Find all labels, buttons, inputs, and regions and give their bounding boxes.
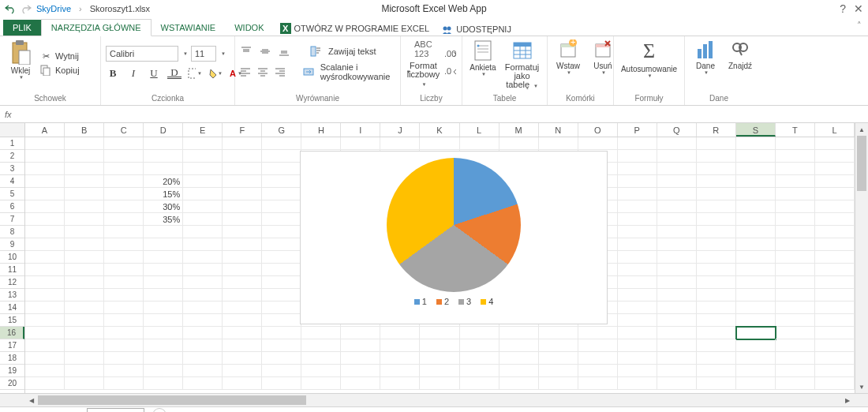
- tab-file[interactable]: PLIK: [3, 20, 41, 36]
- cell[interactable]: [104, 238, 144, 251]
- bold-button[interactable]: B: [106, 66, 120, 81]
- cut-button[interactable]: ✂ Wytnij: [39, 50, 80, 62]
- cell[interactable]: [104, 163, 144, 175]
- row-header-5[interactable]: 5: [0, 188, 24, 200]
- cell[interactable]: [420, 137, 459, 150]
- col-header-R[interactable]: R: [697, 123, 736, 137]
- cell[interactable]: [736, 314, 776, 327]
- cell[interactable]: [223, 276, 262, 289]
- cell[interactable]: [776, 251, 815, 264]
- cell[interactable]: [697, 314, 736, 327]
- insert-cells-button[interactable]: + Wstaw ▼: [552, 38, 584, 77]
- cell[interactable]: [104, 188, 144, 200]
- align-center-icon[interactable]: [257, 66, 268, 78]
- cell[interactable]: [301, 327, 341, 339]
- cell[interactable]: [65, 264, 104, 276]
- cell[interactable]: [697, 150, 736, 163]
- cell[interactable]: [657, 251, 697, 264]
- align-middle-icon[interactable]: [259, 45, 271, 58]
- cell[interactable]: [262, 238, 301, 251]
- cell[interactable]: [420, 365, 459, 377]
- cell[interactable]: [618, 150, 657, 163]
- cell[interactable]: [697, 238, 736, 251]
- row-header-13[interactable]: 13: [0, 289, 24, 302]
- cell[interactable]: [301, 352, 341, 365]
- row-header-20[interactable]: 20: [0, 377, 24, 390]
- cell[interactable]: [697, 264, 736, 276]
- cell[interactable]: [144, 226, 183, 238]
- align-bottom-icon[interactable]: [278, 45, 290, 58]
- cell[interactable]: [341, 137, 380, 150]
- cell[interactable]: [657, 327, 697, 339]
- cell[interactable]: [657, 365, 697, 377]
- horizontal-scrollbar[interactable]: ◀ ▶: [0, 393, 868, 406]
- cell[interactable]: [183, 213, 223, 226]
- cell[interactable]: [697, 302, 736, 314]
- cell[interactable]: [183, 289, 223, 302]
- cell[interactable]: [25, 175, 65, 188]
- cell[interactable]: [25, 314, 65, 327]
- cell[interactable]: [183, 150, 223, 163]
- cell[interactable]: [539, 339, 578, 352]
- cell[interactable]: [65, 163, 104, 175]
- col-header-K[interactable]: K: [420, 123, 459, 137]
- cell[interactable]: [104, 365, 144, 377]
- cell[interactable]: [104, 327, 144, 339]
- cell[interactable]: [539, 365, 578, 377]
- cell[interactable]: [815, 276, 855, 289]
- cell[interactable]: [420, 352, 459, 365]
- row-header-8[interactable]: 8: [0, 226, 24, 238]
- cell[interactable]: [618, 365, 657, 377]
- cell[interactable]: 35%: [144, 213, 183, 226]
- cell[interactable]: [25, 339, 65, 352]
- cell[interactable]: [460, 377, 499, 390]
- cell[interactable]: [736, 339, 776, 352]
- undo-icon[interactable]: [5, 3, 16, 14]
- cell[interactable]: [776, 276, 815, 289]
- cell[interactable]: [65, 377, 104, 390]
- cell[interactable]: [223, 377, 262, 390]
- cell[interactable]: [380, 137, 420, 150]
- cell[interactable]: [104, 175, 144, 188]
- cell[interactable]: [618, 314, 657, 327]
- cell[interactable]: [25, 276, 65, 289]
- cell[interactable]: [657, 302, 697, 314]
- cell[interactable]: [223, 163, 262, 175]
- cell[interactable]: [815, 213, 855, 226]
- cell[interactable]: [223, 150, 262, 163]
- cell[interactable]: [815, 264, 855, 276]
- cell[interactable]: [578, 137, 618, 150]
- cell[interactable]: [815, 200, 855, 213]
- cell[interactable]: [578, 339, 618, 352]
- cell[interactable]: [736, 150, 776, 163]
- col-header-F[interactable]: F: [223, 123, 262, 137]
- cell[interactable]: [736, 226, 776, 238]
- cell[interactable]: [736, 238, 776, 251]
- row-header-17[interactable]: 17: [0, 339, 24, 352]
- cell[interactable]: [657, 137, 697, 150]
- cell[interactable]: [144, 365, 183, 377]
- cell[interactable]: [65, 314, 104, 327]
- cell[interactable]: [183, 226, 223, 238]
- cell[interactable]: [223, 289, 262, 302]
- cell[interactable]: [144, 352, 183, 365]
- cell[interactable]: [380, 327, 420, 339]
- cell[interactable]: [65, 226, 104, 238]
- autosum-button[interactable]: Σ Autosumowanie ▼: [619, 38, 679, 80]
- cell[interactable]: [776, 137, 815, 150]
- cell[interactable]: [25, 327, 65, 339]
- cell[interactable]: [223, 314, 262, 327]
- scroll-right-icon[interactable]: ▶: [841, 394, 854, 406]
- scroll-up-icon[interactable]: ▲: [855, 123, 868, 136]
- cell[interactable]: [657, 188, 697, 200]
- cell[interactable]: [223, 264, 262, 276]
- cell[interactable]: [815, 339, 855, 352]
- cell[interactable]: [657, 352, 697, 365]
- cell[interactable]: [104, 289, 144, 302]
- cell[interactable]: [697, 163, 736, 175]
- cell[interactable]: [657, 213, 697, 226]
- cell[interactable]: [776, 150, 815, 163]
- cell[interactable]: [618, 238, 657, 251]
- cell[interactable]: [223, 365, 262, 377]
- pie-chart-object[interactable]: 1234: [300, 151, 608, 324]
